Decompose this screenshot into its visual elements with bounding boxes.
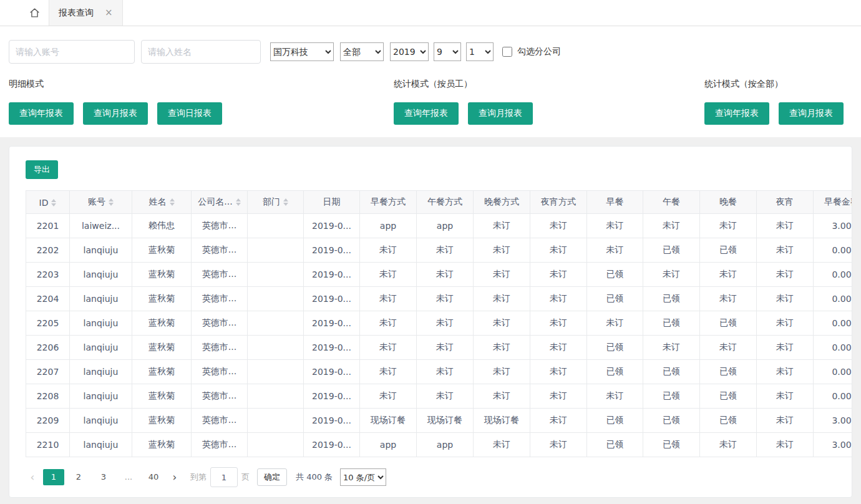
table-cell: 已领 [643, 433, 700, 457]
tab-bar: 报表查询 × [0, 0, 861, 26]
table-cell: 未订 [530, 311, 587, 336]
all-query-year-button[interactable]: 查询年报表 [704, 102, 769, 125]
account-input[interactable] [9, 40, 135, 64]
table-cell: 未订 [757, 336, 814, 360]
table-cell: lanqiuju [70, 238, 132, 263]
table-cell: 2202 [26, 238, 70, 263]
table-row: 2210lanqiuju蓝秋菊英德市...2019-0...appapp未订未订… [26, 433, 852, 457]
table-cell: 未订 [530, 214, 587, 238]
employee-query-month-button[interactable]: 查询月报表 [468, 102, 533, 125]
year-select[interactable]: 2019 [390, 42, 429, 61]
column-header[interactable]: 部门 [248, 191, 304, 214]
table-cell: 未订 [474, 238, 530, 263]
table-cell: 未订 [360, 360, 417, 384]
close-icon[interactable]: × [105, 8, 113, 17]
table-cell: 2208 [26, 384, 70, 409]
table-cell [248, 263, 304, 287]
table-cell: 未订 [530, 287, 587, 311]
table-cell: 0.00 [814, 360, 852, 384]
column-header[interactable]: 账号 [70, 191, 132, 214]
filter-section: 国万科技 全部 2019 9 1 勾选分公司 明细模式 查询年报表 查询月报表 … [0, 26, 861, 137]
page-number[interactable]: 3 [93, 469, 114, 485]
table-cell: 未订 [360, 336, 417, 360]
employee-query-year-button[interactable]: 查询年报表 [394, 102, 459, 125]
tab-report-query[interactable]: 报表查询 × [49, 0, 123, 26]
column-header[interactable]: ID [26, 191, 70, 214]
department-select[interactable]: 全部 [340, 42, 384, 61]
table-cell: 未订 [587, 238, 643, 263]
column-label: 晚餐方式 [484, 196, 519, 208]
pagination: ‹ 123...40 › 到第 页 确定 共 400 条 10 条/页 [26, 467, 852, 487]
table-cell: 未订 [700, 433, 757, 457]
table-cell [248, 360, 304, 384]
confirm-page-button[interactable]: 确定 [257, 468, 287, 486]
next-page-icon[interactable]: › [168, 472, 182, 483]
column-label: 午餐 [663, 196, 680, 208]
table-cell: 未订 [360, 238, 417, 263]
table-cell: 英德市... [192, 311, 248, 336]
table-cell [248, 238, 304, 263]
home-tab[interactable] [20, 0, 49, 26]
column-label: 早餐方式 [371, 196, 406, 208]
all-query-month-button[interactable]: 查询月报表 [779, 102, 844, 125]
sort-caret-icon[interactable] [283, 198, 288, 206]
table-cell: 2019-0... [304, 311, 360, 336]
sort-caret-icon[interactable] [109, 198, 114, 206]
table-cell: 2019-0... [304, 263, 360, 287]
table-cell: 未订 [757, 360, 814, 384]
table-cell: 0.00 [814, 238, 852, 263]
name-input[interactable] [141, 40, 261, 64]
detail-query-day-button[interactable]: 查询日报表 [157, 102, 222, 125]
detail-query-year-button[interactable]: 查询年报表 [9, 102, 74, 125]
table-cell: 未订 [474, 336, 530, 360]
prev-page-icon[interactable]: ‹ [26, 472, 39, 483]
sort-caret-icon[interactable] [170, 198, 175, 206]
table-cell: 2019-0... [304, 238, 360, 263]
table-cell: lanqiuju [70, 360, 132, 384]
table-cell: 英德市... [192, 384, 248, 409]
table-cell: 0.00 [814, 311, 852, 336]
table-cell: 0.00 [814, 384, 852, 409]
table-cell: lanqiuju [70, 311, 132, 336]
table-cell: 英德市... [192, 263, 248, 287]
column-header[interactable]: 公司名... [192, 191, 248, 214]
table-cell: 未订 [417, 360, 474, 384]
column-label: 午餐方式 [427, 196, 462, 208]
table-row: 2204lanqiuju蓝秋菊英德市...2019-0...未订未订未订未订已领… [26, 287, 852, 311]
goto-page-input[interactable] [210, 467, 238, 487]
branch-checkbox[interactable] [502, 47, 512, 57]
month-select[interactable]: 9 [434, 42, 461, 61]
column-label: 夜宵 [776, 196, 794, 208]
table-row: 2205lanqiuju蓝秋菊英德市...2019-0...未订未订未订未订未订… [26, 311, 852, 336]
column-header[interactable]: 姓名 [132, 191, 192, 214]
table-cell: 2019-0... [304, 287, 360, 311]
table-cell [248, 214, 304, 238]
detail-query-month-button[interactable]: 查询月报表 [83, 102, 148, 125]
sort-caret-icon[interactable] [51, 199, 56, 206]
table-cell: 已领 [643, 360, 700, 384]
table-cell: 现场订餐 [360, 409, 417, 433]
day-select[interactable]: 1 [466, 42, 494, 61]
table-cell: 蓝秋菊 [132, 433, 192, 457]
table-cell: 0.00 [814, 336, 852, 360]
table-cell: 未订 [474, 214, 530, 238]
table-cell: 2204 [26, 287, 70, 311]
table-cell: 2205 [26, 311, 70, 336]
column-label: 姓名 [149, 196, 167, 208]
table-row: 2202lanqiuju蓝秋菊英德市...2019-0...未订未订未订未订未订… [26, 238, 852, 263]
company-select[interactable]: 国万科技 [270, 42, 334, 61]
page-size-select[interactable]: 10 条/页 [340, 468, 386, 486]
export-button[interactable]: 导出 [26, 160, 58, 179]
table-cell: 已领 [587, 360, 643, 384]
table-cell: 未订 [360, 287, 417, 311]
table-cell: 已领 [700, 238, 757, 263]
page-number[interactable]: 1 [43, 469, 64, 485]
sort-caret-icon[interactable] [236, 198, 241, 206]
table-cell: 已领 [700, 311, 757, 336]
pagination-pages: 123...40 [43, 469, 164, 485]
table-cell [248, 336, 304, 360]
branch-checkbox-label: 勾选分公司 [517, 46, 561, 57]
home-icon [29, 7, 40, 18]
page-number[interactable]: 40 [143, 469, 164, 485]
page-number[interactable]: 2 [68, 469, 89, 485]
